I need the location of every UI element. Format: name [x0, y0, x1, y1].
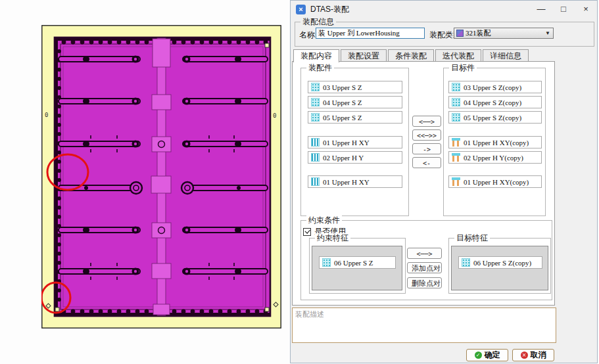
check-circle-icon: ✓: [475, 352, 482, 359]
item-label: 01 Upper H XY: [323, 139, 370, 147]
add-point-pair-button[interactable]: 添加点对: [407, 262, 442, 273]
dtas-assembly-dialog: × DTAS-装配 — □ × 装配信息 名称: 装 Upper 到 Lower…: [290, 0, 598, 363]
ok-button-label: 确定: [485, 350, 500, 361]
title-bar[interactable]: × DTAS-装配 — □ ×: [291, 1, 597, 18]
constraint-feature-legend: 约束特征: [315, 233, 350, 242]
surface-feature-icon: [322, 258, 331, 267]
link-pair-button[interactable]: <──>: [407, 248, 442, 259]
surface-feature-icon: [452, 83, 460, 91]
item-label: 06 Upper S Z(copy): [473, 259, 531, 267]
move-left-button[interactable]: <-: [412, 157, 441, 168]
hole-feature-icon: [311, 138, 320, 147]
target-feature-row[interactable]: 06 Upper S Z(copy): [458, 256, 542, 269]
assembly-content-page: 装配件 03 Upper S Z 04 Upper S Z 05 Upper S…: [292, 61, 555, 306]
item-label: 03 Upper S Z: [323, 83, 362, 91]
target-part-row[interactable]: 01 Upper H XY(copy): [448, 136, 542, 148]
surface-feature-icon: [462, 258, 470, 267]
move-right-button[interactable]: ->: [412, 143, 441, 154]
item-label: 01 Upper H XY(copy): [464, 139, 529, 147]
pin-feature-icon: [452, 153, 460, 162]
item-label: 05 Upper S Z(copy): [464, 114, 521, 122]
minimize-button[interactable]: —: [530, 1, 552, 18]
item-label: 03 Upper S Z(copy): [464, 83, 521, 91]
surface-feature-icon: [311, 113, 320, 122]
target-part-row[interactable]: 01 Upper H XY(copy): [448, 175, 542, 188]
item-label: 01 Upper H XY(copy): [464, 178, 529, 186]
map-all-button[interactable]: <<─>>: [412, 129, 441, 141]
item-label: 02 Upper H Y: [323, 154, 364, 162]
assembly-name-input[interactable]: 装 Upper 到 LowerHousing: [316, 28, 425, 39]
description-placeholder: 装配描述: [295, 309, 324, 319]
target-feature-group: 目标特征 06 Upper S Z(copy): [448, 238, 551, 294]
assembly-info-legend: 装配信息: [300, 17, 336, 26]
item-label: 01 Upper H XY: [323, 178, 370, 186]
assembly-type-select[interactable]: 321装配 ▼: [454, 28, 554, 39]
target-feature-panel: 06 Upper S Z(copy): [451, 246, 548, 290]
cancel-button[interactable]: × 取消: [512, 349, 554, 361]
item-label: 02 Upper H Y(copy): [464, 154, 523, 162]
source-parts-legend: 装配件: [306, 63, 334, 72]
dtas-app-icon: ×: [296, 5, 306, 14]
source-part-row[interactable]: 02 Upper H Y: [308, 151, 402, 164]
screen: 0 0 × DTAS-装配 — □ × 装配信息: [0, 0, 599, 364]
target-part-row[interactable]: 05 Upper S Z(copy): [448, 111, 542, 124]
constraint-feature-row[interactable]: 06 Upper S Z: [319, 256, 396, 269]
item-label: 05 Upper S Z: [323, 114, 362, 122]
cad-canvas: 0 0: [41, 25, 281, 329]
tab-conditional-assembly[interactable]: 条件装配: [388, 49, 434, 62]
surface-feature-icon: [452, 113, 460, 122]
assembly-type-icon: [456, 30, 464, 37]
tab-strip: 装配内容 装配设置 条件装配 迭代装配 详细信息: [293, 49, 530, 62]
target-part-row[interactable]: 03 Upper S Z(copy): [448, 81, 542, 93]
surface-feature-icon: [452, 98, 460, 106]
source-part-row[interactable]: 05 Upper S Z: [308, 111, 402, 124]
cad-viewport[interactable]: 0 0: [41, 25, 281, 329]
name-label: 名称:: [299, 30, 317, 41]
source-part-row[interactable]: 03 Upper S Z: [308, 81, 402, 93]
hole-feature-icon: [311, 153, 320, 162]
chevron-down-icon: ▼: [545, 30, 550, 36]
map-pair-button[interactable]: <──>: [412, 116, 441, 127]
target-parts-legend: 目标件: [449, 63, 477, 72]
item-label: 06 Upper S Z: [334, 259, 373, 267]
delete-point-pair-button[interactable]: 删除点对: [407, 277, 442, 288]
source-part-row[interactable]: 04 Upper S Z: [308, 96, 402, 108]
tab-iterative-assembly[interactable]: 迭代装配: [435, 49, 481, 62]
pin-feature-icon: [452, 138, 460, 147]
assembly-type-value: 321装配: [466, 28, 491, 38]
plate-marker-right: 0: [273, 112, 276, 119]
close-button[interactable]: ×: [575, 1, 597, 18]
source-part-row[interactable]: 01 Upper H XY: [308, 175, 402, 188]
surface-feature-icon: [311, 83, 320, 91]
target-part-row[interactable]: 02 Upper H Y(copy): [448, 151, 542, 164]
constraint-feature-panel: 06 Upper S Z: [312, 246, 402, 290]
target-feature-legend: 目标特征: [454, 233, 490, 242]
item-label: 04 Upper S Z: [323, 99, 362, 106]
cancel-button-label: 取消: [531, 350, 546, 361]
source-part-row[interactable]: 01 Upper H XY: [308, 136, 402, 148]
x-circle-icon: ×: [521, 352, 528, 359]
ok-button[interactable]: ✓ 确定: [466, 349, 508, 361]
tab-assembly-content[interactable]: 装配内容: [293, 49, 339, 62]
pin-feature-icon: [452, 177, 460, 186]
constraint-feature-group: 约束特征 06 Upper S Z: [309, 238, 406, 294]
maximize-button[interactable]: □: [552, 1, 575, 18]
assembly-info-group: 装配信息 名称: 装 Upper 到 LowerHousing 装配类型: 32…: [295, 22, 594, 47]
window-title: DTAS-装配: [310, 4, 349, 15]
surface-feature-icon: [311, 98, 320, 106]
hole-feature-icon: [311, 177, 320, 186]
tab-assembly-settings[interactable]: 装配设置: [341, 49, 387, 62]
item-label: 04 Upper S Z(copy): [464, 99, 521, 106]
assembly-description-textarea[interactable]: 装配描述: [292, 307, 556, 343]
target-part-row[interactable]: 04 Upper S Z(copy): [448, 96, 542, 108]
use-constraints-checkbox[interactable]: [303, 228, 311, 236]
tab-details[interactable]: 详细信息: [483, 49, 529, 62]
constraints-legend: 约束条件: [306, 216, 342, 225]
plate-marker-left: 0: [45, 112, 48, 118]
